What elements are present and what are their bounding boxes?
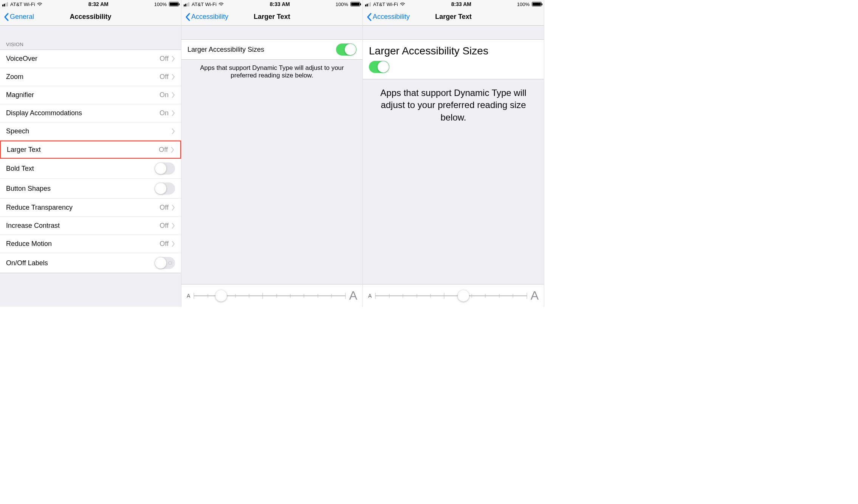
slider-max-label: A <box>531 289 539 303</box>
nav-bar: General Accessibility <box>0 8 181 26</box>
wifi-icon <box>218 2 224 6</box>
row-label: On/Off Labels <box>6 259 155 267</box>
row-value: On <box>160 109 169 117</box>
nav-bar: Accessibility Larger Text <box>181 8 362 26</box>
row-value: Off <box>160 204 169 212</box>
battery-pct: 100% <box>154 2 167 7</box>
larger-sizes-toggle[interactable] <box>369 61 389 73</box>
dynamic-type-note: Apps that support Dynamic Type will adju… <box>363 79 544 131</box>
row-larger-text[interactable]: Larger Text Off <box>0 141 181 159</box>
text-size-slider-bar: A A <box>181 284 362 307</box>
row-reduce-transparency[interactable]: Reduce Transparency Off <box>0 199 181 217</box>
signal-icon <box>365 2 371 6</box>
row-value: Off <box>160 55 169 63</box>
carrier-label: AT&T Wi-Fi <box>192 2 217 7</box>
row-bold-text[interactable]: Bold Text <box>0 159 181 179</box>
chevron-right-icon <box>172 56 175 62</box>
screen-larger-text-normal: AT&T Wi-Fi 8:33 AM 100% Accessibility La… <box>181 0 363 307</box>
text-size-slider-bar: A A <box>363 284 544 307</box>
vision-list: VoiceOver Off Zoom Off Magnifier On Disp… <box>0 49 181 273</box>
chevron-right-icon <box>171 147 174 153</box>
nav-bar: Accessibility Larger Text <box>363 8 544 26</box>
battery-icon <box>532 2 542 6</box>
row-label: Larger Accessibility Sizes <box>369 45 488 57</box>
on-off-labels-toggle[interactable] <box>155 257 175 269</box>
chevron-left-icon <box>367 13 372 21</box>
screen-larger-text-large: AT&T Wi-Fi 8:33 AM 100% Accessibility La… <box>363 0 544 307</box>
button-shapes-toggle[interactable] <box>155 182 175 195</box>
row-label: Magnifier <box>6 91 160 99</box>
row-button-shapes[interactable]: Button Shapes <box>0 179 181 199</box>
row-magnifier[interactable]: Magnifier On <box>0 86 181 104</box>
row-label: Reduce Motion <box>6 240 160 248</box>
text-size-slider[interactable] <box>194 290 345 301</box>
back-button[interactable]: Accessibility <box>185 13 228 21</box>
battery-pct: 100% <box>336 2 348 7</box>
carrier-label: AT&T Wi-Fi <box>373 2 398 7</box>
larger-sizes-toggle[interactable] <box>336 43 356 56</box>
row-label: Increase Contrast <box>6 222 160 230</box>
row-label: Display Accommodations <box>6 109 160 117</box>
row-label: VoiceOver <box>6 55 160 63</box>
chevron-right-icon <box>172 74 175 80</box>
row-value: Off <box>159 146 168 154</box>
row-value: Off <box>160 240 169 248</box>
row-label: Larger Accessibility Sizes <box>187 46 336 54</box>
chevron-right-icon <box>172 205 175 210</box>
row-value: Off <box>160 73 169 81</box>
row-larger-accessibility-sizes[interactable]: Larger Accessibility Sizes <box>363 40 544 79</box>
chevron-left-icon <box>4 13 9 21</box>
dynamic-type-note: Apps that support Dynamic Type will adju… <box>181 60 362 84</box>
row-zoom[interactable]: Zoom Off <box>0 68 181 86</box>
chevron-right-icon <box>172 223 175 229</box>
status-bar: AT&T Wi-Fi 8:33 AM 100% <box>363 0 544 8</box>
row-display-accommodations[interactable]: Display Accommodations On <box>0 104 181 122</box>
row-value: On <box>160 91 169 99</box>
row-label: Reduce Transparency <box>6 204 160 212</box>
chevron-left-icon <box>185 13 190 21</box>
slider-min-label: A <box>187 293 190 299</box>
row-label: Button Shapes <box>6 185 155 193</box>
back-button[interactable]: General <box>4 13 34 21</box>
row-label: Larger Text <box>7 146 159 154</box>
signal-icon <box>2 2 8 6</box>
row-label: Speech <box>6 127 172 135</box>
slider-min-label: A <box>368 293 372 299</box>
back-label: Accessibility <box>191 13 228 21</box>
status-time: 8:33 AM <box>270 1 290 7</box>
chevron-right-icon <box>172 128 175 134</box>
row-reduce-motion[interactable]: Reduce Motion Off <box>0 235 181 253</box>
chevron-right-icon <box>172 92 175 98</box>
battery-icon <box>350 2 360 6</box>
status-bar: AT&T Wi-Fi 8:33 AM 100% <box>181 0 362 8</box>
chevron-right-icon <box>172 110 175 116</box>
row-larger-accessibility-sizes[interactable]: Larger Accessibility Sizes <box>181 40 362 59</box>
status-bar: AT&T Wi-Fi 8:32 AM 100% <box>0 0 181 8</box>
battery-pct: 100% <box>517 2 530 7</box>
wifi-icon <box>400 2 406 6</box>
bold-text-toggle[interactable] <box>155 162 175 175</box>
back-label: Accessibility <box>373 13 410 21</box>
row-label: Bold Text <box>6 165 155 173</box>
text-size-slider[interactable] <box>375 290 527 301</box>
back-button[interactable]: Accessibility <box>367 13 410 21</box>
carrier-label: AT&T Wi-Fi <box>10 2 35 7</box>
toggle-list: Larger Accessibility Sizes <box>363 39 544 79</box>
screen-accessibility: AT&T Wi-Fi 8:32 AM 100% General Accessib… <box>0 0 181 307</box>
status-time: 8:33 AM <box>451 1 471 7</box>
row-increase-contrast[interactable]: Increase Contrast Off <box>0 217 181 235</box>
battery-icon <box>169 2 179 6</box>
toggle-list: Larger Accessibility Sizes <box>181 39 362 60</box>
signal-icon <box>184 2 189 6</box>
row-label: Zoom <box>6 73 160 81</box>
chevron-right-icon <box>172 241 175 247</box>
row-on-off-labels[interactable]: On/Off Labels <box>0 253 181 273</box>
row-voiceover[interactable]: VoiceOver Off <box>0 50 181 68</box>
row-value: Off <box>160 222 169 230</box>
wifi-icon <box>37 2 43 6</box>
back-label: General <box>10 13 34 21</box>
slider-max-label: A <box>349 289 357 303</box>
row-speech[interactable]: Speech <box>0 122 181 141</box>
section-header-vision: VISION <box>0 39 181 49</box>
status-time: 8:32 AM <box>88 1 108 7</box>
